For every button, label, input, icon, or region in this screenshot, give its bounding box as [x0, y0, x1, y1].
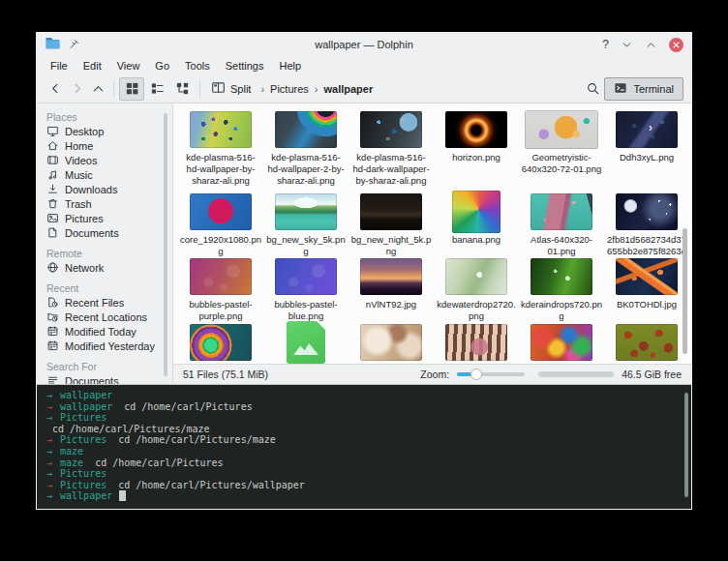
window-title: wallpaper — Dolphin: [37, 39, 691, 50]
file-item[interactable]: nVlNT92.jpg: [349, 256, 434, 322]
file-item[interactable]: [604, 322, 689, 363]
zoom-slider[interactable]: [457, 372, 525, 376]
desktop-background: { "window": { "title": "wallpaper — Dolp…: [0, 0, 728, 561]
prompt-arrow: →: [46, 434, 52, 445]
file-thumbnail-box: [349, 192, 434, 232]
terminal-command: cd /home/carl/Pictures/wallpaper: [118, 480, 305, 490]
sidebar-item-pictures[interactable]: Pictures: [37, 211, 172, 225]
sidebar-item-network[interactable]: Network: [37, 260, 172, 275]
file-item[interactable]: bubbles-pastel-purple.png: [178, 256, 263, 322]
zoom-label: Zoom:: [420, 369, 449, 380]
prompt-arrow: →: [46, 446, 52, 457]
sidebar-item-label: Network: [65, 262, 104, 274]
title-bar[interactable]: wallpaper — Dolphin ?: [37, 33, 691, 56]
file-item[interactable]: core_1920x1080.png: [178, 192, 263, 256]
up-button[interactable]: [87, 78, 108, 100]
file-item[interactable]: kderaindrops720.png: [519, 256, 604, 322]
file-item[interactable]: kde-plasma-516-hd-dark-wallpaper-by-shar…: [349, 109, 434, 192]
sidebar-item-documents[interactable]: Documents: [37, 225, 172, 240]
sidebar-item-label: Documents: [65, 375, 119, 385]
sidebar-item-recent-files[interactable]: Recent Files: [37, 295, 172, 310]
file-item[interactable]: kde-plasma-516-hd-wallpaper-2-by-sharaz-…: [263, 109, 349, 192]
sidebar-item-label: Desktop: [65, 126, 104, 137]
file-item[interactable]: [519, 322, 604, 363]
sidebar-item-videos[interactable]: Videos: [37, 153, 172, 167]
file-item[interactable]: bg_new_sky_5k.png: [263, 192, 349, 256]
sidebar-item-modified-yesterday[interactable]: Modified Yesterday: [37, 339, 172, 353]
file-thumbnail-box: [178, 322, 263, 363]
minimize-button[interactable]: [621, 39, 633, 51]
file-item[interactable]: [178, 322, 263, 363]
back-button[interactable]: [45, 78, 66, 100]
file-item[interactable]: bubbles-pastel-blue.png: [263, 256, 349, 322]
terminal-icon: [614, 81, 627, 97]
search-button[interactable]: [581, 77, 604, 101]
help-button[interactable]: ?: [602, 38, 609, 51]
forward-button[interactable]: [66, 78, 87, 100]
file-item[interactable]: kde-plasma-516-hd-wallpaper-by-sharaz-al…: [178, 109, 263, 192]
prompt-arrow: →: [46, 390, 52, 400]
file-thumbnail-box: [349, 109, 434, 150]
terminal-scrollbar[interactable]: [684, 393, 688, 497]
file-item[interactable]: 2fb81d5682734d37655bb2e875f8263de42a.png: [604, 192, 689, 256]
file-thumbnail-box: [519, 256, 604, 297]
file-item[interactable]: [434, 322, 519, 363]
zoom-slider-handle[interactable]: [470, 369, 482, 380]
breadcrumb-item[interactable]: wallpaper: [320, 83, 378, 95]
file-item[interactable]: [349, 322, 434, 363]
prompt-directory: Pictures: [60, 480, 106, 490]
file-item[interactable]: kdewaterdrop2720.png: [434, 256, 519, 322]
menu-go[interactable]: Go: [147, 60, 177, 72]
file-item[interactable]: banana.png: [434, 192, 519, 256]
sidebar-item-music[interactable]: Music: [37, 167, 172, 182]
breadcrumb-item[interactable]: Pictures: [266, 83, 313, 95]
split-button[interactable]: Split: [205, 80, 257, 97]
menu-view[interactable]: View: [109, 60, 148, 72]
terminal-panel[interactable]: →wallpaper→wallpapercd /home/carl/Pictur…: [37, 384, 691, 509]
file-thumbnail-box: [263, 322, 349, 363]
prompt-arrow: →: [46, 412, 52, 423]
file-thumbnail-box: [263, 192, 349, 232]
terminal-toggle-button[interactable]: Terminal: [604, 77, 683, 101]
file-thumbnail: [190, 193, 252, 230]
file-name: Geometryistic-640x320-72-01.png: [521, 152, 602, 175]
menu-edit[interactable]: Edit: [76, 60, 109, 72]
sidebar-item-trash[interactable]: Trash: [37, 196, 172, 211]
file-thumbnail-box: [178, 256, 263, 297]
menu-file[interactable]: File: [43, 60, 76, 72]
sidebar-item-modified-today[interactable]: Modified Today: [37, 324, 172, 339]
pin-icon: [69, 36, 79, 53]
sidebar: PlacesDesktopHomeVideosMusicDownloadsTra…: [37, 103, 172, 384]
trash-icon: [46, 197, 59, 210]
music-icon: [46, 168, 59, 181]
sidebar-scrollbar[interactable]: [164, 113, 167, 376]
sidebar-item-recent-locations[interactable]: Recent Locations: [37, 310, 172, 324]
tree-view-button[interactable]: [169, 77, 195, 101]
menu-tools[interactable]: Tools: [177, 60, 218, 72]
sidebar-item-home[interactable]: Home: [37, 138, 172, 153]
terminal-line: →Pictures: [46, 468, 691, 480]
file-item[interactable]: Ddh3xyL.png: [604, 109, 689, 192]
prompt-directory: maze: [60, 458, 83, 468]
icons-view-button[interactable]: [119, 77, 144, 101]
file-item[interactable]: [263, 322, 349, 363]
file-item[interactable]: Geometryistic-640x320-72-01.png: [519, 109, 604, 192]
file-row: core_1920x1080.pngbg_new_sky_5k.pngbg_ne…: [178, 192, 691, 256]
fileview-scrollbar[interactable]: [682, 228, 687, 354]
details-view-button[interactable]: [144, 77, 169, 101]
file-item[interactable]: Atlas-640x320-01.png: [519, 192, 604, 256]
sidebar-item-documents[interactable]: Documents: [37, 373, 172, 384]
sidebar-item-desktop[interactable]: Desktop: [37, 124, 172, 138]
file-item[interactable]: bg_new_night_5k.png: [349, 192, 434, 256]
menu-settings[interactable]: Settings: [218, 60, 272, 72]
terminal-line: →wallpaper: [46, 390, 691, 401]
menu-help[interactable]: Help: [271, 60, 309, 72]
sidebar-item-downloads[interactable]: Downloads: [37, 182, 172, 196]
file-name: Ddh3xyL.png: [620, 152, 674, 163]
prompt-directory: wallpaper: [60, 390, 112, 400]
file-item[interactable]: horizon.png: [434, 109, 519, 192]
maximize-button[interactable]: [645, 39, 657, 51]
file-thumbnail: [531, 258, 592, 295]
close-button[interactable]: [669, 38, 683, 52]
file-item[interactable]: BK0TOHDl.jpg: [604, 256, 689, 322]
